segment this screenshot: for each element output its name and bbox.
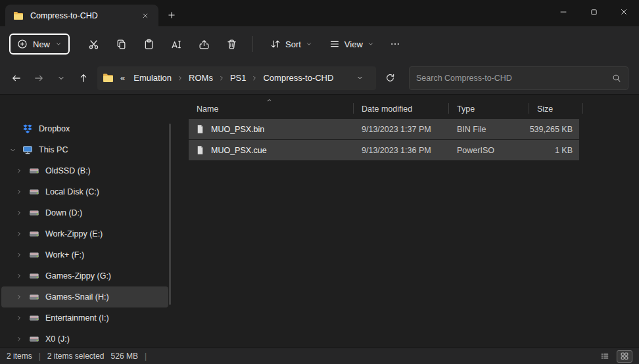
chevron-down-icon[interactable] [7, 147, 18, 154]
drive-icon [28, 292, 40, 302]
tab-close-button[interactable] [137, 8, 153, 24]
rename-button[interactable] [163, 32, 189, 56]
sidebar-item-drive-h[interactable]: Games-Snail (H:) [1, 286, 168, 307]
titlebar: Compress-to-CHD [0, 0, 639, 26]
chevron-right-icon[interactable] [13, 273, 25, 279]
view-icon [329, 39, 340, 49]
file-name: MUO_PSX.cue [211, 146, 267, 155]
address-dropdown-button[interactable] [348, 67, 371, 89]
drive-icon [28, 229, 40, 239]
sidebar-item-drive-f[interactable]: Work+ (F:) [1, 244, 168, 265]
more-options-button[interactable] [382, 32, 408, 56]
dropbox-icon [22, 124, 34, 134]
sidebar-item-label: Games-Snail (H:) [45, 292, 109, 302]
drive-icon [28, 271, 40, 281]
toolbar-separator [252, 36, 253, 52]
breadcrumb-item-ps1[interactable]: PS1 [225, 70, 251, 85]
sidebar-scrollbar[interactable] [169, 124, 171, 305]
file-rows: MUO_PSX.bin 9/13/2023 1:37 PM BIN File 5… [172, 119, 639, 160]
cut-button[interactable] [80, 32, 106, 56]
sidebar-item-label: Work-Zippy (E:) [45, 229, 103, 239]
new-button[interactable]: New [9, 34, 70, 55]
sidebar-item-drive-i[interactable]: Entertainment (I:) [1, 307, 168, 329]
column-header-date-modified[interactable]: Date modified [354, 104, 449, 114]
chevron-right-icon[interactable] [13, 189, 25, 195]
file-list-pane: Name Date modified Type Size MUO_PSX.bin… [172, 95, 639, 348]
navigation-pane: Dropbox This PC OldSSD (B:) Local Disk (… [0, 95, 172, 348]
file-name: MUO_PSX.bin [211, 125, 264, 134]
delete-button[interactable] [218, 32, 245, 56]
file-name-cell: MUO_PSX.cue [189, 145, 354, 155]
breadcrumb: « Emulation ROMs PS1 Compress-to-CHD [97, 66, 376, 90]
new-icon [17, 39, 28, 49]
back-button[interactable] [5, 67, 28, 89]
thumbnails-view-toggle[interactable] [617, 350, 632, 363]
status-divider: | [39, 352, 41, 361]
share-button[interactable] [191, 32, 217, 56]
column-headers: Name Date modified Type Size [189, 98, 583, 118]
forward-button[interactable] [28, 67, 50, 89]
drive-icon [28, 187, 40, 197]
sidebar-item-drive-e[interactable]: Work-Zippy (E:) [1, 223, 168, 244]
sidebar-item-drive-j[interactable]: X0 (J:) [1, 329, 168, 350]
sort-button[interactable]: Sort [264, 34, 319, 55]
view-button[interactable]: View [323, 34, 381, 55]
details-view-toggle[interactable] [597, 350, 613, 363]
chevron-right-icon[interactable] [13, 210, 25, 216]
minimize-button[interactable] [548, 0, 579, 24]
chevron-right-icon[interactable] [13, 336, 25, 342]
sort-ascending-icon [266, 97, 273, 104]
chevron-right-icon[interactable] [13, 168, 25, 174]
breadcrumb-item-emulation[interactable]: Emulation [129, 70, 176, 85]
command-bar: New Sort View [0, 26, 639, 62]
content-area: Dropbox This PC OldSSD (B:) Local Disk (… [0, 95, 639, 348]
window-controls [548, 0, 639, 24]
this-pc-icon [22, 145, 34, 155]
search-input[interactable] [416, 74, 612, 83]
sidebar-item-drive-c[interactable]: Local Disk (C:) [1, 181, 168, 202]
chevron-right-icon[interactable] [13, 252, 25, 258]
address-bar: « Emulation ROMs PS1 Compress-to-CHD [0, 62, 639, 95]
chevron-right-icon [177, 75, 183, 81]
sidebar-item-dropbox[interactable]: Dropbox [1, 118, 168, 139]
refresh-button[interactable] [379, 67, 401, 89]
drive-icon [28, 334, 40, 344]
sidebar-item-label: Local Disk (C:) [45, 187, 99, 196]
file-row[interactable]: MUO_PSX.bin 9/13/2023 1:37 PM BIN File 5… [189, 119, 579, 139]
view-button-label: View [344, 39, 363, 49]
chevron-right-icon[interactable] [13, 315, 25, 321]
sidebar-item-label: Work+ (F:) [45, 250, 84, 260]
explorer-tab[interactable]: Compress-to-CHD [5, 5, 158, 26]
sidebar-item-drive-b[interactable]: OldSSD (B:) [1, 160, 168, 181]
sidebar-item-drive-d[interactable]: Down (D:) [1, 202, 168, 223]
column-header-type[interactable]: Type [449, 104, 529, 114]
chevron-down-icon [367, 41, 374, 47]
sort-icon [270, 39, 281, 49]
up-button[interactable] [72, 67, 95, 89]
sidebar-item-drive-g[interactable]: Games-Zippy (G:) [1, 265, 168, 286]
drive-icon [28, 313, 40, 323]
breadcrumb-item-compress-to-chd[interactable]: Compress-to-CHD [258, 70, 338, 85]
maximize-button[interactable] [579, 0, 609, 24]
close-button[interactable] [609, 0, 639, 24]
sort-button-label: Sort [285, 39, 301, 49]
chevron-right-icon[interactable] [13, 231, 25, 237]
paste-button[interactable] [135, 32, 162, 56]
copy-button[interactable] [108, 32, 134, 56]
chevron-right-icon[interactable] [13, 294, 25, 300]
file-row[interactable]: MUO_PSX.cue 9/13/2023 1:36 PM PowerISO 1… [189, 140, 579, 160]
column-header-name[interactable]: Name [189, 104, 354, 114]
file-name-cell: MUO_PSX.bin [189, 124, 354, 134]
drive-icon [28, 250, 40, 260]
file-explorer-window: Compress-to-CHD New Sort View [0, 0, 639, 364]
file-type: PowerISO [449, 146, 529, 155]
new-tab-button[interactable] [164, 7, 179, 23]
sidebar-item-label: Entertainment (I:) [45, 313, 109, 323]
sidebar-item-this-pc[interactable]: This PC [1, 139, 168, 160]
tab-title: Compress-to-CHD [30, 11, 131, 20]
recent-locations-button[interactable] [50, 67, 72, 89]
file-size: 1 KB [529, 146, 579, 155]
column-header-size[interactable]: Size [529, 104, 583, 114]
breadcrumb-overflow[interactable]: « [117, 70, 128, 85]
breadcrumb-item-roms[interactable]: ROMs [184, 70, 218, 85]
